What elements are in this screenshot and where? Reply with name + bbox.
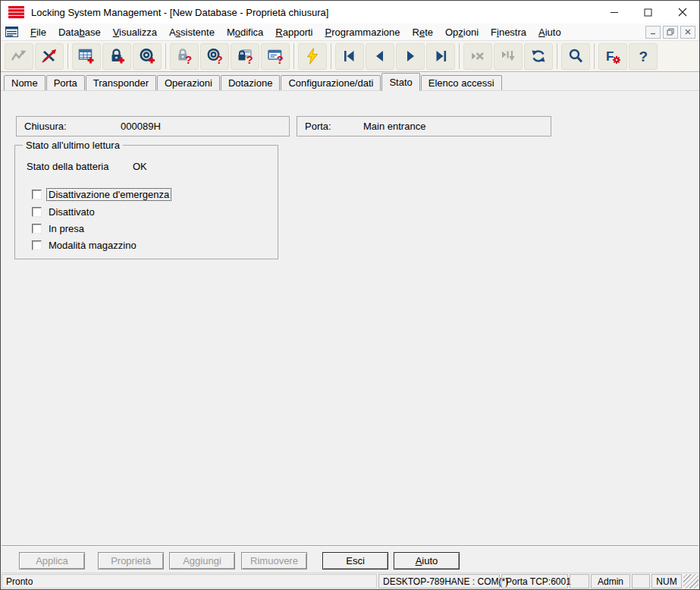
read-mifare-lock-button[interactable]: ? bbox=[231, 43, 259, 70]
maximize-icon bbox=[644, 8, 652, 17]
status-num-lock: NUM bbox=[651, 574, 682, 588]
next-record-button[interactable] bbox=[396, 43, 425, 70]
aiuto-button[interactable]: Aiuto bbox=[394, 552, 460, 570]
tab-elenco-accessi[interactable]: Elenco accessi bbox=[421, 75, 502, 90]
tab-stato[interactable]: Stato bbox=[381, 73, 419, 91]
program-button[interactable] bbox=[298, 43, 327, 70]
menu-rapporti[interactable]: Rapporti bbox=[269, 25, 319, 39]
title-bar: Locking System Management - [New Databas… bbox=[1, 1, 699, 24]
read-lock-button[interactable]: ? bbox=[170, 43, 199, 70]
toolbar-separator bbox=[594, 43, 595, 69]
groupbox-title: Stato all'ultimo lettura bbox=[23, 140, 123, 151]
maximize-button[interactable] bbox=[631, 1, 665, 24]
first-record-button[interactable] bbox=[335, 43, 364, 70]
status-tcp-port: Porta TCP:6001 bbox=[501, 574, 568, 588]
document-icon[interactable] bbox=[5, 27, 18, 37]
app-logo-icon bbox=[8, 5, 26, 19]
mdi-restore-button[interactable] bbox=[663, 26, 678, 39]
checkbox-row-magazzino: Modalità magazzino bbox=[32, 240, 138, 251]
status-empty-1 bbox=[570, 574, 589, 588]
application-window: Locking System Management - [New Databas… bbox=[0, 0, 700, 590]
porta-field: Porta: Main entrance bbox=[297, 116, 551, 137]
footer-button-row: Applica Proprietà Aggiungi Rimuovere Esc… bbox=[1, 552, 699, 570]
svg-text:?: ? bbox=[277, 53, 284, 66]
svg-text:?: ? bbox=[246, 53, 253, 66]
new-locking-plan-button[interactable] bbox=[72, 43, 101, 70]
rimuovere-button[interactable]: Rimuovere bbox=[241, 552, 307, 570]
resize-grip[interactable] bbox=[683, 574, 698, 588]
menu-modifica[interactable]: Modifica bbox=[221, 25, 269, 39]
close-button[interactable] bbox=[665, 1, 699, 24]
tab-configurazione-dati[interactable]: Configurazione/dati bbox=[281, 75, 381, 90]
tab-porta[interactable]: Porta bbox=[46, 75, 85, 90]
checkbox-row-emergenza: Disattivazione d'emergenza bbox=[32, 189, 171, 200]
menu-programmazione[interactable]: Programmazione bbox=[319, 25, 407, 39]
menu-rete[interactable]: Rete bbox=[407, 25, 439, 39]
lock-question-icon: ? bbox=[175, 47, 193, 65]
checkbox-disattivazione-emergenza[interactable] bbox=[32, 190, 42, 199]
tab-dotazione[interactable]: Dotazione bbox=[221, 75, 281, 90]
svg-text:?: ? bbox=[216, 53, 223, 66]
new-transponder-button[interactable] bbox=[133, 43, 162, 70]
search-button[interactable] bbox=[561, 43, 590, 70]
porta-label: Porta: bbox=[297, 121, 363, 132]
status-empty-2 bbox=[632, 574, 650, 588]
menu-visualizza[interactable]: Visualizza bbox=[107, 25, 163, 39]
apply-navigation-button[interactable] bbox=[494, 43, 523, 70]
mdi-restore-icon bbox=[667, 28, 674, 36]
minimize-button[interactable] bbox=[597, 1, 631, 24]
cancel-navigation-button[interactable] bbox=[463, 43, 492, 70]
tab-transponder[interactable]: Transponder bbox=[86, 75, 156, 90]
aggiungi-button[interactable]: Aggiungi bbox=[169, 552, 235, 570]
tab-strip: Nome Porta Transponder Operazioni Dotazi… bbox=[1, 72, 699, 91]
filter-settings-button[interactable]: F bbox=[598, 43, 627, 70]
proprieta-button[interactable]: Proprietà bbox=[98, 552, 164, 570]
x-arrow-icon bbox=[40, 47, 58, 65]
stato-groupbox: Stato all'ultimo lettura Stato della bat… bbox=[14, 145, 278, 259]
last-record-button[interactable] bbox=[426, 43, 455, 70]
menu-database[interactable]: Database bbox=[52, 25, 107, 39]
menu-finestra[interactable]: Finestra bbox=[485, 25, 532, 39]
disconnect-button[interactable] bbox=[35, 43, 64, 70]
read-window-button[interactable]: ? bbox=[261, 43, 290, 70]
minimize-icon bbox=[610, 8, 619, 17]
checkbox-in-presa[interactable] bbox=[32, 224, 42, 234]
refresh-icon bbox=[529, 47, 548, 65]
close-icon bbox=[678, 8, 687, 17]
menu-file[interactable]: File bbox=[24, 25, 52, 39]
applica-button[interactable]: Applica bbox=[19, 552, 85, 570]
tab-nome[interactable]: Nome bbox=[4, 75, 46, 90]
read-transponder-button[interactable]: ? bbox=[200, 43, 229, 70]
help-button[interactable]: ? bbox=[629, 43, 658, 70]
esci-button[interactable]: Esci bbox=[322, 552, 388, 570]
menu-bar: File Database Visualizza Assistente Modi… bbox=[1, 24, 699, 41]
tab-operazioni[interactable]: Operazioni bbox=[157, 75, 220, 90]
svg-text:?: ? bbox=[639, 49, 648, 64]
table-plus-icon bbox=[77, 47, 96, 65]
checkbox-label[interactable]: Disattivazione d'emergenza bbox=[47, 189, 171, 200]
menu-opzioni[interactable]: Opzioni bbox=[439, 25, 485, 39]
first-icon bbox=[341, 47, 359, 65]
zigzag-arrow-icon bbox=[10, 47, 28, 65]
checkbox-disattivato[interactable] bbox=[32, 207, 42, 217]
menu-aiuto[interactable]: Aiuto bbox=[532, 25, 567, 39]
new-lock-button[interactable] bbox=[102, 43, 131, 70]
network-connection-button[interactable] bbox=[5, 43, 33, 70]
toolbar-separator bbox=[67, 43, 68, 69]
checkbox-label[interactable]: In presa bbox=[47, 223, 86, 234]
lock-card-question-icon: ? bbox=[236, 47, 254, 65]
checkbox-label[interactable]: Modalità magazzino bbox=[47, 240, 138, 251]
mdi-close-button[interactable] bbox=[680, 26, 695, 39]
mdi-minimize-button[interactable] bbox=[645, 26, 661, 39]
tab-page-stato: Chiusura: 000089H Porta: Main entrance S… bbox=[2, 91, 698, 544]
chiusura-value: 000089H bbox=[121, 121, 161, 132]
previous-record-button[interactable] bbox=[366, 43, 394, 70]
toolbar-separator bbox=[557, 43, 557, 69]
toolbar-separator bbox=[165, 43, 166, 69]
last-icon bbox=[432, 47, 450, 65]
refresh-button[interactable] bbox=[524, 43, 553, 70]
checkbox-label[interactable]: Disattivato bbox=[47, 206, 96, 218]
magnifier-icon bbox=[567, 47, 585, 65]
menu-assistente[interactable]: Assistente bbox=[163, 25, 221, 39]
checkbox-modalita-magazzino[interactable] bbox=[32, 240, 42, 250]
